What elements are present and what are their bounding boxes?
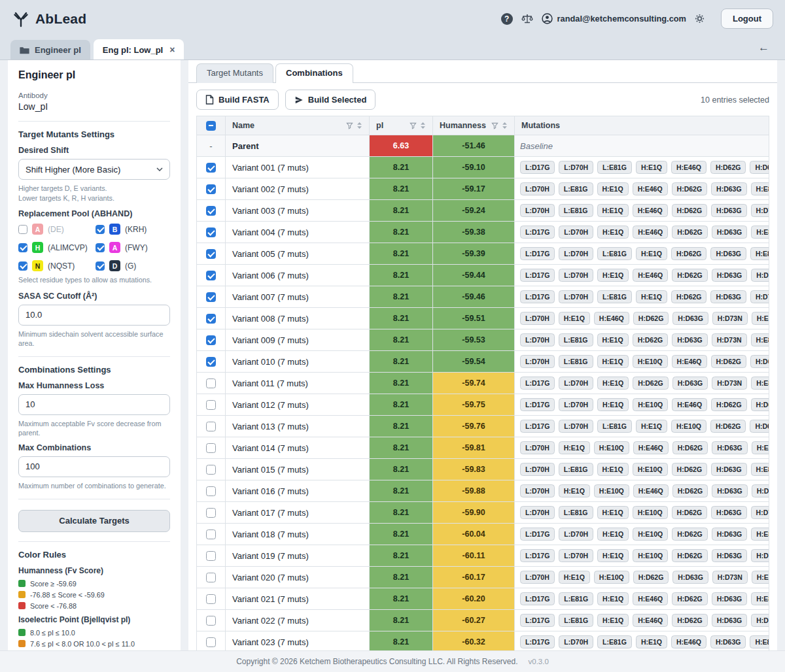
tab-target-mutants[interactable]: Target Mutants bbox=[196, 63, 273, 83]
row-select-cell bbox=[197, 524, 226, 545]
mutation-chip: L:D70H bbox=[559, 398, 593, 411]
row-checkbox[interactable] bbox=[206, 594, 216, 604]
pool-option-5[interactable]: N(NQST) bbox=[18, 260, 93, 271]
mutations-cell: L:D17GL:D70HH:E1QH:D62GH:D63GH:D73NH:E89… bbox=[515, 373, 769, 394]
mutation-chip: L:D17G bbox=[520, 226, 555, 239]
mutation-chip: H:D63G bbox=[751, 398, 769, 411]
pi-legend: 8.0 ≤ pI ≤ 10.07.6 ≤ pI < 8.0 OR 10.0 < … bbox=[18, 629, 170, 651]
mutation-chip: H:E46Q bbox=[633, 226, 668, 239]
mutation-chip: H:E10Q bbox=[594, 484, 629, 497]
pool-checkbox[interactable] bbox=[96, 261, 105, 271]
pool-checkbox[interactable] bbox=[96, 225, 105, 234]
pi-value-cell: 8.21 bbox=[370, 286, 433, 308]
pi-value-cell: 8.21 bbox=[370, 524, 433, 545]
max-humanness-loss-input[interactable] bbox=[18, 394, 170, 415]
mutations-cell: L:D17GL:D70HH:E1QH:E46QH:D62GH:D63GH:D73… bbox=[515, 265, 769, 286]
calculate-targets-button[interactable]: Calculate Targets bbox=[18, 510, 170, 532]
pool-help: Select residue types to allow as mutatio… bbox=[18, 275, 170, 285]
row-checkbox[interactable] bbox=[206, 465, 216, 475]
row-checkbox[interactable] bbox=[206, 184, 216, 194]
row-checkbox[interactable] bbox=[206, 249, 216, 259]
row-checkbox[interactable] bbox=[206, 637, 216, 647]
pool-checkbox[interactable] bbox=[18, 225, 27, 234]
pool-option-label: (KRH) bbox=[125, 225, 147, 234]
row-checkbox[interactable] bbox=[206, 227, 216, 237]
variant-name: Variant 006 (7 muts) bbox=[226, 265, 370, 286]
filter-icon[interactable] bbox=[491, 122, 498, 129]
divider bbox=[18, 499, 170, 499]
tab-combinations[interactable]: Combinations bbox=[275, 63, 353, 83]
pool-checkbox[interactable] bbox=[18, 261, 27, 271]
pool-option-1[interactable]: A(DE) bbox=[18, 224, 93, 235]
pool-option-6[interactable]: D(G) bbox=[96, 260, 170, 271]
row-checkbox[interactable] bbox=[206, 292, 216, 302]
scales-icon[interactable] bbox=[521, 14, 533, 24]
desired-shift-select[interactable]: Shift Higher (More Basic) bbox=[18, 159, 170, 180]
mutation-chip: L:E81G bbox=[597, 247, 632, 260]
row-checkbox[interactable] bbox=[206, 314, 216, 324]
filter-icon[interactable] bbox=[410, 122, 417, 129]
row-checkbox[interactable] bbox=[206, 357, 216, 367]
row-checkbox[interactable] bbox=[206, 206, 216, 216]
variant-name: Variant 010 (7 muts) bbox=[226, 351, 370, 373]
row-select-cell bbox=[197, 588, 226, 610]
filter-icon[interactable] bbox=[346, 122, 353, 129]
select-all-checkbox[interactable] bbox=[206, 121, 216, 131]
row-checkbox[interactable] bbox=[206, 486, 216, 496]
combinations-table: Name pI bbox=[188, 116, 777, 650]
row-checkbox[interactable] bbox=[206, 443, 216, 453]
mutation-chip: H:D62G bbox=[672, 549, 708, 562]
mutation-chip: L:E81G bbox=[559, 463, 593, 476]
help-icon[interactable]: ? bbox=[501, 13, 513, 25]
sort-icon[interactable] bbox=[357, 122, 362, 129]
humanness-value-cell: -60.17 bbox=[433, 567, 515, 588]
pool-option-4[interactable]: A(FWY) bbox=[96, 242, 170, 253]
workspace-tab-engineer-pi[interactable]: Engineer pI bbox=[10, 40, 90, 59]
workspace-tab-eng-pi-low-pi[interactable]: Eng pI: Low_pI × bbox=[94, 39, 184, 59]
mutations-cell: L:D17GL:E81GH:E1QH:E46QH:D62GH:D63GH:E89… bbox=[515, 588, 769, 610]
row-checkbox[interactable] bbox=[206, 400, 216, 410]
row-checkbox[interactable] bbox=[206, 529, 216, 539]
build-fasta-button[interactable]: Build FASTA bbox=[196, 90, 279, 110]
account-menu[interactable]: randal@ketchemconsulting.com bbox=[542, 13, 686, 24]
legend-color-swatch bbox=[18, 591, 26, 598]
row-checkbox[interactable] bbox=[206, 335, 216, 345]
mutation-chip: H:D73N bbox=[712, 377, 747, 390]
variant-name: Parent bbox=[226, 135, 370, 157]
row-checkbox[interactable] bbox=[206, 508, 216, 518]
pool-checkbox[interactable] bbox=[96, 243, 105, 252]
row-checkbox[interactable] bbox=[206, 422, 216, 431]
variant-row: Variant 007 (7 muts)8.21-59.46L:D17GL:D7… bbox=[197, 286, 769, 308]
sasa-cutoff-input[interactable] bbox=[18, 305, 170, 326]
sort-icon[interactable] bbox=[502, 122, 508, 129]
mutation-chip: H:D62G bbox=[672, 204, 708, 217]
legend-item: Score < -76.88 bbox=[18, 602, 170, 610]
mutation-chip: L:E81G bbox=[559, 182, 593, 195]
logout-button[interactable]: Logout bbox=[721, 8, 773, 29]
back-arrow-icon[interactable]: ← bbox=[753, 39, 775, 59]
variant-row: Variant 002 (7 muts)8.21-59.17L:D70HL:E8… bbox=[197, 178, 769, 200]
row-checkbox[interactable] bbox=[206, 551, 216, 561]
row-checkbox[interactable] bbox=[206, 163, 216, 173]
pool-checkbox[interactable] bbox=[18, 243, 27, 252]
row-checkbox[interactable] bbox=[206, 616, 216, 626]
column-header-humanness: Humanness bbox=[433, 116, 515, 135]
row-checkbox[interactable] bbox=[206, 573, 216, 582]
results-tabbar: Target Mutants Combinations bbox=[188, 60, 777, 83]
sort-icon[interactable] bbox=[420, 122, 426, 129]
max-combinations-input[interactable] bbox=[18, 456, 170, 477]
mutation-chip: L:E81G bbox=[597, 635, 632, 648]
pool-option-3[interactable]: H(ALIMCVP) bbox=[18, 242, 93, 253]
row-checkbox[interactable] bbox=[206, 378, 216, 388]
residue-type-badge: D bbox=[109, 260, 120, 271]
pool-option-2[interactable]: B(KRH) bbox=[96, 224, 170, 235]
build-selected-button[interactable]: Build Selected bbox=[285, 90, 376, 110]
close-icon[interactable]: × bbox=[169, 44, 175, 55]
mutation-chip: H:E1Q bbox=[597, 182, 629, 195]
gear-icon[interactable] bbox=[695, 14, 705, 24]
row-checkbox[interactable] bbox=[206, 271, 216, 280]
mutation-chip: H:E1Q bbox=[636, 161, 667, 174]
mutation-chip: L:D17G bbox=[520, 290, 555, 303]
mutation-chip: H:D62G bbox=[671, 247, 707, 260]
mutation-chip: L:E81G bbox=[597, 420, 632, 433]
